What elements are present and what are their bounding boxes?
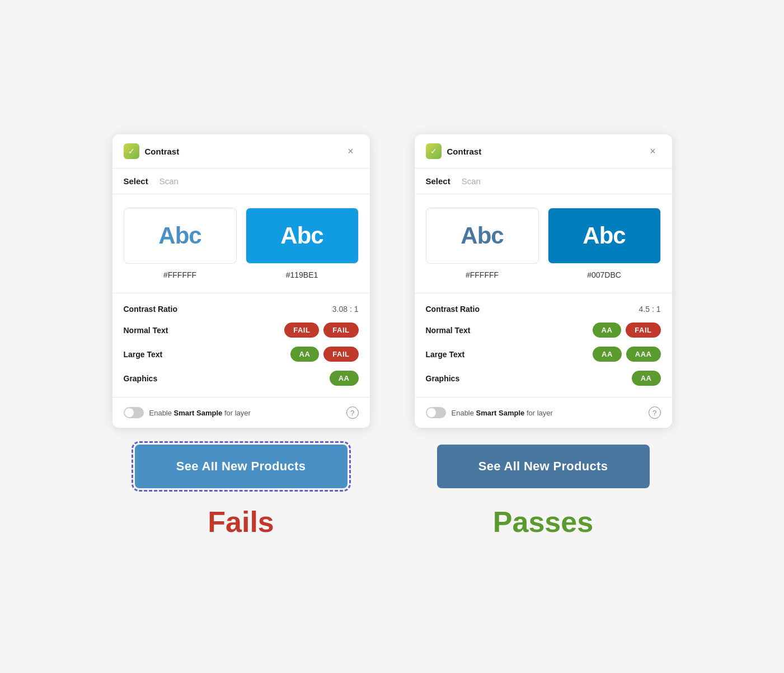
- badge-fail-0: FAIL: [284, 323, 319, 338]
- panel-nav: SelectScan: [112, 169, 370, 194]
- results-section: Contrast Ratio3.08 : 1Normal TextFAILFAI…: [112, 293, 370, 398]
- result-label: Graphics: [124, 374, 158, 383]
- result-row-1: Large TextAAAAA: [426, 347, 661, 362]
- result-label: Normal Text: [124, 326, 168, 335]
- see-all-products-button[interactable]: See All New Products: [437, 445, 650, 488]
- badge-pass-0: AA: [290, 347, 320, 362]
- swatch-hex-1: #119BE1: [246, 270, 359, 279]
- contrast-ratio-row: Contrast Ratio4.5 : 1: [426, 305, 661, 314]
- swatch-1[interactable]: Abc: [246, 208, 359, 264]
- app-icon: ✓: [124, 143, 139, 159]
- panel-section-right: ✓Contrast×SelectScanAbcAbc#FFFFFF#007DBC…: [415, 134, 672, 539]
- badge-fail-1: FAIL: [626, 323, 660, 338]
- swatch-hex-row: #FFFFFF#007DBC: [426, 270, 661, 279]
- see-all-products-button[interactable]: See AII New Products: [135, 445, 348, 488]
- smart-sample-toggle[interactable]: [124, 407, 144, 418]
- color-swatches: AbcAbc: [124, 208, 359, 264]
- panel-title: Contrast: [145, 147, 180, 156]
- result-label: Large Text: [426, 350, 465, 359]
- color-preview-section: AbcAbc#FFFFFF#007DBC: [415, 194, 672, 293]
- footer-section: Enable Smart Sample for layer?: [112, 398, 370, 428]
- badge-fail-1: FAIL: [323, 323, 358, 338]
- result-label: Graphics: [426, 374, 460, 383]
- contrast-ratio-value: 4.5 : 1: [639, 305, 661, 314]
- badge-pass-1: AAA: [626, 347, 661, 362]
- panel-header-left: ✓Contrast: [426, 143, 482, 159]
- result-row-2: GraphicsAA: [124, 371, 359, 386]
- swatch-abc-label: Abc: [158, 222, 201, 249]
- footer-text: Enable Smart Sample for layer: [452, 409, 643, 417]
- badge-pass-0: AA: [632, 371, 661, 386]
- badges-container: AAAAA: [593, 347, 660, 362]
- result-row-0: Normal TextFAILFAIL: [124, 323, 359, 338]
- result-row-0: Normal TextAAFAIL: [426, 323, 661, 338]
- page-container: ✓Contrast×SelectScanAbcAbc#FFFFFF#119BE1…: [112, 134, 672, 539]
- result-row-2: GraphicsAA: [426, 371, 661, 386]
- results-section: Contrast Ratio4.5 : 1Normal TextAAFAILLa…: [415, 293, 672, 398]
- badges-container: AA: [632, 371, 661, 386]
- contrast-ratio-label: Contrast Ratio: [124, 305, 177, 314]
- close-button[interactable]: ×: [343, 143, 359, 159]
- contrast-ratio-value: 3.08 : 1: [332, 305, 359, 314]
- swatch-hex-row: #FFFFFF#119BE1: [124, 270, 359, 279]
- swatch-1[interactable]: Abc: [548, 208, 661, 264]
- badge-fail-1: FAIL: [323, 347, 358, 362]
- swatch-abc-label: Abc: [280, 222, 323, 249]
- badges-container: AAFAIL: [290, 347, 359, 362]
- panel-nav: SelectScan: [415, 169, 672, 194]
- nav-select[interactable]: Select: [426, 176, 450, 186]
- badge-pass-0: AA: [593, 323, 622, 338]
- badge-pass-0: AA: [593, 347, 622, 362]
- swatch-abc-label: Abc: [583, 222, 625, 249]
- panel-header-left: ✓Contrast: [124, 143, 180, 159]
- swatch-hex-0: #FFFFFF: [426, 270, 539, 279]
- help-icon[interactable]: ?: [346, 406, 359, 419]
- contrast-panel-right: ✓Contrast×SelectScanAbcAbc#FFFFFF#007DBC…: [415, 134, 672, 428]
- verdict-label: Fails: [208, 505, 274, 539]
- panel-header: ✓Contrast×: [415, 134, 672, 169]
- badges-container: AAFAIL: [593, 323, 661, 338]
- result-row-1: Large TextAAFAIL: [124, 347, 359, 362]
- panel-title: Contrast: [447, 147, 482, 156]
- result-label: Large Text: [124, 350, 163, 359]
- badges-container: FAILFAIL: [284, 323, 358, 338]
- color-swatches: AbcAbc: [426, 208, 661, 264]
- panel-header: ✓Contrast×: [112, 134, 370, 169]
- verdict-label: Passes: [493, 505, 593, 539]
- footer-text: Enable Smart Sample for layer: [149, 409, 341, 417]
- contrast-panel-left: ✓Contrast×SelectScanAbcAbc#FFFFFF#119BE1…: [112, 134, 370, 428]
- nav-scan[interactable]: Scan: [159, 176, 179, 186]
- badges-container: AA: [330, 371, 359, 386]
- result-label: Normal Text: [426, 326, 471, 335]
- swatch-hex-0: #FFFFFF: [124, 270, 237, 279]
- badge-pass-0: AA: [330, 371, 359, 386]
- app-icon: ✓: [426, 143, 442, 159]
- color-preview-section: AbcAbc#FFFFFF#119BE1: [112, 194, 370, 293]
- close-button[interactable]: ×: [645, 143, 661, 159]
- help-icon[interactable]: ?: [649, 406, 661, 419]
- smart-sample-toggle[interactable]: [426, 407, 446, 418]
- swatch-0[interactable]: Abc: [124, 208, 237, 264]
- swatch-abc-label: Abc: [461, 222, 503, 249]
- nav-select[interactable]: Select: [124, 176, 148, 186]
- footer-section: Enable Smart Sample for layer?: [415, 398, 672, 428]
- contrast-ratio-row: Contrast Ratio3.08 : 1: [124, 305, 359, 314]
- contrast-ratio-label: Contrast Ratio: [426, 305, 480, 314]
- swatch-0[interactable]: Abc: [426, 208, 539, 264]
- panel-section-left: ✓Contrast×SelectScanAbcAbc#FFFFFF#119BE1…: [112, 134, 370, 539]
- swatch-hex-1: #007DBC: [548, 270, 661, 279]
- nav-scan[interactable]: Scan: [462, 176, 481, 186]
